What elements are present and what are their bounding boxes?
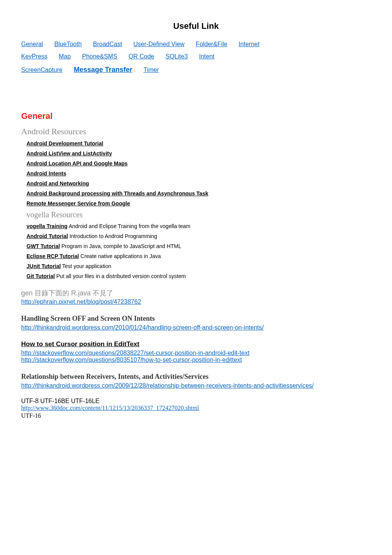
git-tutorial-desc: Put all your files in a distributed vers… [55,273,186,279]
nav-timer[interactable]: Timer [143,67,159,73]
nav-folderfile[interactable]: Folder&File [196,41,228,47]
cursor-position-heading: How to set Cursor position in EditText [21,340,371,348]
android-dev-tutorial-link[interactable]: Android Development Tutorial [27,140,371,147]
gen-rjava-heading: gen 目錄下面的 R.java 不見了 [21,288,371,298]
android-location-link[interactable]: Android Location API and Google Maps [27,160,371,167]
junit-tutorial-link[interactable]: JUnit Tutorial [27,263,61,269]
nav-general[interactable]: General [21,41,43,47]
android-listview-link[interactable]: Android ListView and ListActivity [27,150,371,157]
android-resources-list: Android Development Tutorial Android Lis… [21,140,371,279]
nav-map[interactable]: Map [59,53,71,60]
nav-userdefinedview[interactable]: User-Defined View [133,41,184,47]
gwt-tutorial-desc: Program in Java, compile to JavaScript a… [60,243,181,249]
relationship-heading: Relationship between Receivers, Intents,… [21,373,371,381]
screen-intents-heading: Handling Screen OFF and Screen ON Intent… [21,315,371,323]
nav-sqlite3[interactable]: SQLite3 [166,53,188,60]
nav-links: General BlueTooth BroadCast User-Defined… [21,38,371,77]
git-tutorial-line: Git Tutorial Put all your files in a dis… [27,273,371,279]
nav-broadcast[interactable]: BroadCast [93,41,122,47]
gwt-tutorial-link[interactable]: GWT Tutorial [27,243,60,249]
android-tutorial-desc: Introduction to Android Programming [68,233,157,239]
gen-rjava-link[interactable]: http://ephrain.pixnet.net/blog/post/4723… [21,298,141,305]
nav-phonesms[interactable]: Phone&SMS [82,53,118,60]
gwt-tutorial-line: GWT Tutorial Program in Java, compile to… [27,243,371,249]
android-intents-link[interactable]: Android Intents [27,170,371,177]
android-background-link[interactable]: Android Background processing with Threa… [27,190,371,197]
eclipse-rcp-line: Eclipse RCP Tutorial Create native appli… [27,253,371,259]
vogella-training-line: vogella Training Android and Eclipse Tra… [27,223,371,229]
screen-intents-link[interactable]: http://thinkandroid.wordpress.com/2010/0… [21,324,264,331]
eclipse-rcp-link[interactable]: Eclipse RCP Tutorial [27,253,79,259]
vogella-training-desc: Android and Eclipse Training from the vo… [68,223,191,229]
cursor-position-link1[interactable]: http://stackoverflow.com/questions/20838… [21,350,249,356]
vogella-training-link[interactable]: vogella Training [27,223,68,229]
utf-encodings-text: UTF-8 UTF-16BE UTF-16LE [21,398,371,405]
nav-keypress[interactable]: KeyPress [21,53,47,60]
nav-screencapture[interactable]: ScreenCapture [21,67,63,73]
nav-bluetooth[interactable]: BlueTooth [54,41,81,47]
android-resources-heading: Android Resources [21,127,371,137]
vogella-resources-heading: vogella Resources [27,210,371,219]
eclipse-rcp-desc: Create native applications in Java [79,253,161,259]
nav-messagetransfer[interactable]: Message Transfer [74,66,132,73]
android-networking-link[interactable]: Android and Networking [27,180,371,187]
section-general-heading: General [21,111,371,121]
page-title: Useful Link [21,21,371,31]
nav-qrcode[interactable]: QR Code [129,53,154,60]
nav-intent[interactable]: Intent [199,53,214,60]
junit-tutorial-desc: Test your application [61,263,111,269]
relationship-link[interactable]: http://thinkandroid.wordpress.com/2009/1… [21,382,314,389]
android-tutorial-line: Android Tutorial Introduction to Android… [27,233,371,239]
android-tutorial-link[interactable]: Android Tutorial [27,233,68,239]
utf16-text: UTF-16 [21,412,371,419]
remote-messenger-link[interactable]: Remote Messenger Service from Google [27,200,371,207]
junit-tutorial-line: JUnit Tutorial Test your application [27,263,371,269]
nav-internet[interactable]: Internet [239,41,259,47]
utf-encodings-link[interactable]: http://www.360doc.com/content/11/1215/13… [21,405,199,411]
git-tutorial-link[interactable]: Git Tutorial [27,273,55,279]
cursor-position-link2[interactable]: http://stackoverflow.com/questions/80351… [21,357,242,363]
